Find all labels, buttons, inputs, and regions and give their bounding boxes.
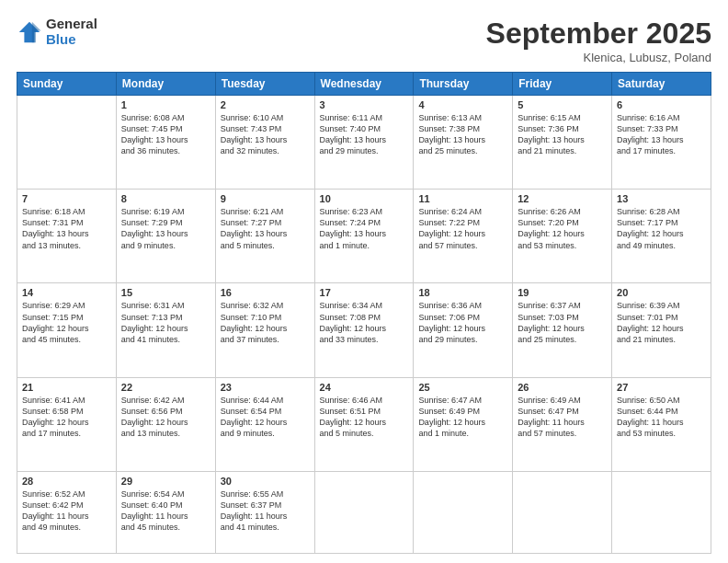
cell-daylight-info: Sunrise: 6:19 AM Sunset: 7:29 PM Dayligh… [121,206,210,251]
table-row: 19Sunrise: 6:37 AM Sunset: 7:03 PM Dayli… [513,283,612,377]
day-number: 21 [22,382,111,393]
day-number: 17 [320,287,409,298]
day-number: 11 [418,193,507,204]
table-row: 7Sunrise: 6:18 AM Sunset: 7:31 PM Daylig… [17,190,117,283]
calendar-table: Sunday Monday Tuesday Wednesday Thursday… [17,72,711,554]
calendar-week-row-0: 1Sunrise: 6:08 AM Sunset: 7:45 PM Daylig… [17,96,711,190]
cell-daylight-info: Sunrise: 6:55 AM Sunset: 6:37 PM Dayligh… [221,488,310,534]
day-number: 19 [518,287,607,298]
table-row: 16Sunrise: 6:32 AM Sunset: 7:10 PM Dayli… [215,283,314,377]
table-row: 23Sunrise: 6:44 AM Sunset: 6:54 PM Dayli… [215,377,314,471]
table-row: 8Sunrise: 6:19 AM Sunset: 7:29 PM Daylig… [116,190,215,283]
day-number: 10 [320,193,409,204]
table-row: 30Sunrise: 6:55 AM Sunset: 6:37 PM Dayli… [215,471,314,553]
table-row: 21Sunrise: 6:41 AM Sunset: 6:58 PM Dayli… [17,377,117,471]
day-number: 20 [617,287,706,298]
cell-daylight-info: Sunrise: 6:42 AM Sunset: 6:56 PM Dayligh… [121,395,210,440]
day-number: 1 [121,99,210,110]
day-number: 15 [121,287,210,298]
cell-daylight-info: Sunrise: 6:10 AM Sunset: 7:43 PM Dayligh… [221,112,310,157]
cell-daylight-info: Sunrise: 6:47 AM Sunset: 6:49 PM Dayligh… [418,395,507,440]
day-number: 8 [121,193,210,204]
header: General Blue September 2025 Klenica, Lub… [17,17,711,64]
table-row: 10Sunrise: 6:23 AM Sunset: 7:24 PM Dayli… [314,190,414,283]
cell-daylight-info: Sunrise: 6:31 AM Sunset: 7:13 PM Dayligh… [121,300,210,345]
cell-daylight-info: Sunrise: 6:29 AM Sunset: 7:15 PM Dayligh… [22,300,111,345]
table-row: 4Sunrise: 6:13 AM Sunset: 7:38 PM Daylig… [414,96,513,190]
day-number: 4 [418,99,507,110]
page: General Blue September 2025 Klenica, Lub… [0,0,728,563]
logo-text: General Blue [46,17,97,47]
table-row: 13Sunrise: 6:28 AM Sunset: 7:17 PM Dayli… [612,190,711,283]
col-sunday: Sunday [17,73,117,96]
cell-daylight-info: Sunrise: 6:32 AM Sunset: 7:10 PM Dayligh… [221,300,310,345]
day-number: 3 [320,99,409,110]
day-number: 18 [418,287,507,298]
title-month: September 2025 [486,17,711,51]
col-friday: Friday [513,73,612,96]
table-row: 20Sunrise: 6:39 AM Sunset: 7:01 PM Dayli… [612,283,711,377]
title-location: Klenica, Lubusz, Poland [486,51,711,64]
day-number: 13 [617,193,706,204]
cell-daylight-info: Sunrise: 6:11 AM Sunset: 7:40 PM Dayligh… [320,112,409,157]
col-wednesday: Wednesday [314,73,414,96]
table-row: 24Sunrise: 6:46 AM Sunset: 6:51 PM Dayli… [314,377,414,471]
day-number: 25 [418,382,507,393]
day-number: 7 [22,193,111,204]
cell-daylight-info: Sunrise: 6:37 AM Sunset: 7:03 PM Dayligh… [518,300,607,345]
cell-daylight-info: Sunrise: 6:46 AM Sunset: 6:51 PM Dayligh… [320,395,409,440]
calendar-week-row-1: 7Sunrise: 6:18 AM Sunset: 7:31 PM Daylig… [17,190,711,283]
svg-marker-0 [19,21,40,41]
table-row: 1Sunrise: 6:08 AM Sunset: 7:45 PM Daylig… [116,96,215,190]
col-tuesday: Tuesday [215,73,314,96]
day-number: 9 [221,193,310,204]
cell-daylight-info: Sunrise: 6:23 AM Sunset: 7:24 PM Dayligh… [320,206,409,251]
cell-daylight-info: Sunrise: 6:52 AM Sunset: 6:42 PM Dayligh… [22,488,111,534]
cell-daylight-info: Sunrise: 6:24 AM Sunset: 7:22 PM Dayligh… [418,206,507,251]
cell-daylight-info: Sunrise: 6:08 AM Sunset: 7:45 PM Dayligh… [121,112,210,157]
table-row: 28Sunrise: 6:52 AM Sunset: 6:42 PM Dayli… [17,471,117,553]
table-row: 26Sunrise: 6:49 AM Sunset: 6:47 PM Dayli… [513,377,612,471]
day-number: 29 [121,476,210,487]
cell-daylight-info: Sunrise: 6:21 AM Sunset: 7:27 PM Dayligh… [221,206,310,251]
cell-daylight-info: Sunrise: 6:28 AM Sunset: 7:17 PM Dayligh… [617,206,706,251]
table-row: 15Sunrise: 6:31 AM Sunset: 7:13 PM Dayli… [116,283,215,377]
day-number: 16 [221,287,310,298]
cell-daylight-info: Sunrise: 6:41 AM Sunset: 6:58 PM Dayligh… [22,395,111,440]
table-row: 11Sunrise: 6:24 AM Sunset: 7:22 PM Dayli… [414,190,513,283]
logo-icon [17,19,42,45]
cell-daylight-info: Sunrise: 6:16 AM Sunset: 7:33 PM Dayligh… [617,112,706,157]
calendar-week-row-3: 21Sunrise: 6:41 AM Sunset: 6:58 PM Dayli… [17,377,711,471]
table-row: 22Sunrise: 6:42 AM Sunset: 6:56 PM Dayli… [116,377,215,471]
logo-blue-text: Blue [46,32,97,48]
table-row: 2Sunrise: 6:10 AM Sunset: 7:43 PM Daylig… [215,96,314,190]
cell-daylight-info: Sunrise: 6:18 AM Sunset: 7:31 PM Dayligh… [22,206,111,251]
title-block: September 2025 Klenica, Lubusz, Poland [486,17,711,64]
table-row [414,471,513,553]
table-row [17,96,117,190]
cell-daylight-info: Sunrise: 6:34 AM Sunset: 7:08 PM Dayligh… [320,300,409,345]
cell-daylight-info: Sunrise: 6:26 AM Sunset: 7:20 PM Dayligh… [518,206,607,251]
cell-daylight-info: Sunrise: 6:44 AM Sunset: 6:54 PM Dayligh… [221,395,310,440]
day-number: 2 [221,99,310,110]
day-number: 22 [121,382,210,393]
table-row [513,471,612,553]
col-thursday: Thursday [414,73,513,96]
table-row: 29Sunrise: 6:54 AM Sunset: 6:40 PM Dayli… [116,471,215,553]
table-row: 3Sunrise: 6:11 AM Sunset: 7:40 PM Daylig… [314,96,414,190]
day-number: 14 [22,287,111,298]
table-row: 6Sunrise: 6:16 AM Sunset: 7:33 PM Daylig… [612,96,711,190]
table-row: 12Sunrise: 6:26 AM Sunset: 7:20 PM Dayli… [513,190,612,283]
cell-daylight-info: Sunrise: 6:49 AM Sunset: 6:47 PM Dayligh… [518,395,607,440]
day-number: 24 [320,382,409,393]
cell-daylight-info: Sunrise: 6:13 AM Sunset: 7:38 PM Dayligh… [418,112,507,157]
day-number: 5 [518,99,607,110]
day-number: 30 [221,476,310,487]
table-row: 5Sunrise: 6:15 AM Sunset: 7:36 PM Daylig… [513,96,612,190]
day-number: 27 [617,382,706,393]
cell-daylight-info: Sunrise: 6:36 AM Sunset: 7:06 PM Dayligh… [418,300,507,345]
calendar-header-row: Sunday Monday Tuesday Wednesday Thursday… [17,73,711,96]
table-row: 14Sunrise: 6:29 AM Sunset: 7:15 PM Dayli… [17,283,117,377]
table-row: 27Sunrise: 6:50 AM Sunset: 6:44 PM Dayli… [612,377,711,471]
col-saturday: Saturday [612,73,711,96]
